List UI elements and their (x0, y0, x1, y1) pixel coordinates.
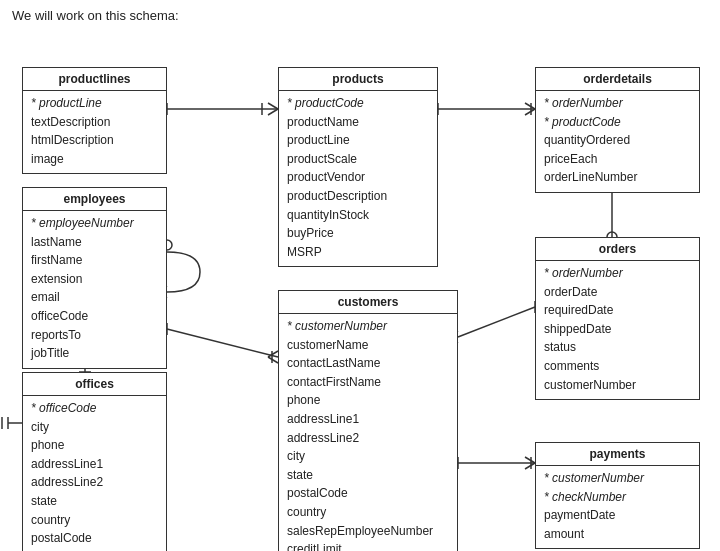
field-MSRP: MSRP (287, 243, 429, 262)
table-productlines-body: * productLine textDescription htmlDescri… (23, 91, 166, 173)
field-orders-customerNumber: customerNumber (544, 376, 691, 395)
field-offices-phone: phone (31, 436, 158, 455)
table-offices: offices * officeCode city phone addressL… (22, 372, 167, 551)
field-priceEach: priceEach (544, 150, 691, 169)
field-lastName: lastName (31, 233, 158, 252)
field-offices-addressLine1: addressLine1 (31, 455, 158, 474)
field-amount: amount (544, 525, 691, 544)
field-reportsTo: reportsTo (31, 326, 158, 345)
table-orders: orders * orderNumber orderDate requiredD… (535, 237, 700, 400)
intro-text: We will work on this schema: (0, 0, 720, 27)
field-offices-state: state (31, 492, 158, 511)
svg-line-37 (525, 463, 535, 469)
field-productVendor: productVendor (287, 168, 429, 187)
table-products-body: * productCode productName productLine pr… (279, 91, 437, 266)
field-orderLineNumber: orderLineNumber (544, 168, 691, 187)
table-employees-body: * employeeNumber lastName firstName exte… (23, 211, 166, 368)
field-productScale: productScale (287, 150, 429, 169)
field-extension: extension (31, 270, 158, 289)
field-jobTitle: jobTitle (31, 344, 158, 363)
field-orders-orderNumber: * orderNumber (544, 264, 691, 283)
svg-line-1 (268, 103, 278, 109)
field-country: country (287, 503, 449, 522)
table-employees: employees * employeeNumber lastName firs… (22, 187, 167, 369)
table-customers: customers * customerNumber customerName … (278, 290, 458, 551)
svg-line-18 (268, 351, 278, 357)
field-orderNumber: * orderNumber (544, 94, 691, 113)
table-orders-body: * orderNumber orderDate requiredDate shi… (536, 261, 699, 399)
table-orders-header: orders (536, 238, 699, 261)
field-checkNumber: * checkNumber (544, 488, 691, 507)
field-officeCode: officeCode (31, 307, 158, 326)
field-employeeNumber: * employeeNumber (31, 214, 158, 233)
field-productName: productName (287, 113, 429, 132)
svg-line-8 (525, 109, 535, 115)
field-salesRepEmployeeNumber: salesRepEmployeeNumber (287, 522, 449, 541)
svg-line-16 (167, 329, 278, 357)
field-state: state (287, 466, 449, 485)
field-quantityInStock: quantityInStock (287, 206, 429, 225)
field-city: city (287, 447, 449, 466)
field-offices-city: city (31, 418, 158, 437)
field-postalCode: postalCode (287, 484, 449, 503)
field-productCode2: * productCode (544, 113, 691, 132)
field-buyPrice: buyPrice (287, 224, 429, 243)
field-customerNumber: * customerNumber (287, 317, 449, 336)
field-email: email (31, 288, 158, 307)
table-employees-header: employees (23, 188, 166, 211)
field-addressLine1: addressLine1 (287, 410, 449, 429)
field-shippedDate: shippedDate (544, 320, 691, 339)
svg-line-2 (268, 109, 278, 115)
field-offices-country: country (31, 511, 158, 530)
table-orderdetails-body: * orderNumber * productCode quantityOrde… (536, 91, 699, 192)
field-contactLastName: contactLastName (287, 354, 449, 373)
field-productLine: * productLine (31, 94, 158, 113)
svg-line-29 (458, 307, 535, 337)
field-productCode: * productCode (287, 94, 429, 113)
field-offices-addressLine2: addressLine2 (31, 473, 158, 492)
field-firstName: firstName (31, 251, 158, 270)
table-payments-header: payments (536, 443, 699, 466)
field-offices-postalCode: postalCode (31, 529, 158, 548)
field-orderDate: orderDate (544, 283, 691, 302)
table-productlines-header: productlines (23, 68, 166, 91)
table-customers-body: * customerNumber customerName contactLas… (279, 314, 457, 551)
field-status: status (544, 338, 691, 357)
field-productDescription: productDescription (287, 187, 429, 206)
svg-line-19 (268, 357, 278, 363)
table-payments-body: * customerNumber * checkNumber paymentDa… (536, 466, 699, 548)
table-productlines: productlines * productLine textDescripti… (22, 67, 167, 174)
field-officeCode2: * officeCode (31, 399, 158, 418)
table-products-header: products (279, 68, 437, 91)
table-offices-body: * officeCode city phone addressLine1 add… (23, 396, 166, 551)
field-phone: phone (287, 391, 449, 410)
table-products: products * productCode productName produ… (278, 67, 438, 267)
field-contactFirstName: contactFirstName (287, 373, 449, 392)
field-quantityOrdered: quantityOrdered (544, 131, 691, 150)
svg-line-36 (525, 457, 535, 463)
field-htmlDescription: htmlDescription (31, 131, 158, 150)
diagram-area: productlines * productLine textDescripti… (0, 27, 720, 547)
svg-line-7 (525, 103, 535, 109)
table-customers-header: customers (279, 291, 457, 314)
table-orderdetails-header: orderdetails (536, 68, 699, 91)
field-comments: comments (544, 357, 691, 376)
table-payments: payments * customerNumber * checkNumber … (535, 442, 700, 549)
field-productLine: productLine (287, 131, 429, 150)
field-image: image (31, 150, 158, 169)
field-creditLimit: creditLimit (287, 540, 449, 551)
field-paymentDate: paymentDate (544, 506, 691, 525)
field-textDescription: textDescription (31, 113, 158, 132)
table-orderdetails: orderdetails * orderNumber * productCode… (535, 67, 700, 193)
field-customerName: customerName (287, 336, 449, 355)
table-offices-header: offices (23, 373, 166, 396)
field-requiredDate: requiredDate (544, 301, 691, 320)
field-addressLine2: addressLine2 (287, 429, 449, 448)
field-payments-customerNumber: * customerNumber (544, 469, 691, 488)
